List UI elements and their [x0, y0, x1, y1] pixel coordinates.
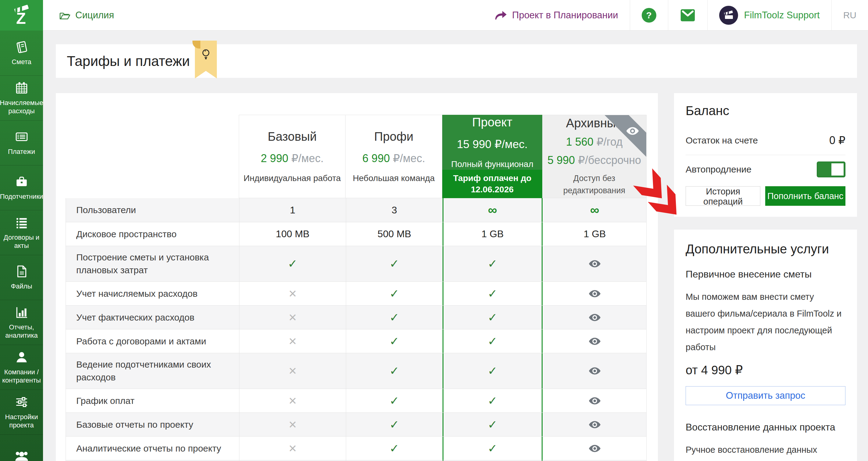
plan-amount: 1 560 — [566, 136, 593, 148]
table-row: Дисковое пространство100 MB500 MB1 GB1 G… — [66, 222, 646, 246]
help-bookmark[interactable] — [195, 40, 217, 79]
table-row: Ведение подотчетниками своих расходов✕✓✓ — [66, 353, 646, 388]
plan-subtitle: Небольшая команда — [353, 173, 435, 183]
sidebar-item-label: Компании / контрагенты — [1, 368, 42, 385]
cross-icon: ✕ — [288, 395, 297, 407]
plan-archive-header: Архивный 1 560 ₽/год 5 990 ₽/бессрочно Д… — [542, 115, 647, 198]
plan-subtitle: Полный функционал — [451, 160, 533, 169]
service-description: Ручное восстановление данных вашего прое… — [686, 441, 845, 461]
feature-cell: 1 — [239, 198, 346, 222]
view-only-eye-icon — [589, 260, 601, 268]
sidebar-item-label: Начисляемые расходы — [0, 98, 43, 115]
sidebar-item-label: Файлы — [11, 282, 32, 291]
plan-amount: 2 990 — [261, 152, 288, 165]
calendar-icon — [14, 81, 29, 95]
send-request-button[interactable]: Отправить запрос — [686, 386, 845, 405]
feature-cell: 3 — [346, 198, 442, 222]
check-icon: ✓ — [390, 364, 399, 378]
feature-cell: ✓ — [442, 246, 542, 282]
feature-cell: ✓ — [346, 389, 442, 412]
project-planning-label: Проект в Планировании — [512, 10, 618, 21]
check-icon: ✓ — [488, 364, 497, 378]
sidebar-item-label: Подотчетники — [0, 192, 43, 201]
project-planning-link[interactable]: Проект в Планировании — [483, 0, 629, 31]
plan-name: Базовый — [268, 130, 317, 143]
sidebar-item-team[interactable] — [0, 434, 43, 461]
feature-cell: ✕ — [239, 353, 346, 388]
table-row: Аналитические отчеты по проекту✕✓✓ — [66, 436, 646, 460]
sidebar-item-estimate[interactable]: Смета — [0, 31, 43, 76]
plan-subtitle: Индивидуальная работа — [244, 173, 341, 183]
help-icon: ? — [642, 8, 656, 23]
sidebar-item-files[interactable]: Файлы — [0, 255, 43, 300]
plan-name: Профи — [374, 130, 413, 143]
additional-services-title: Дополнительные услуги — [686, 242, 845, 256]
sidebar-item-companies[interactable]: Компании / контрагенты — [0, 345, 43, 390]
language-switcher[interactable]: RU — [831, 0, 868, 31]
check-icon: ✓ — [390, 257, 399, 270]
service-item: Первичное внесение сметы Мы поможем вам … — [686, 269, 845, 405]
feature-cell — [542, 353, 647, 388]
language-label: RU — [843, 10, 857, 21]
plan-amount: 6 990 — [362, 152, 390, 165]
plan-subtitle: Доступ без редактирования — [555, 172, 633, 197]
topup-balance-button[interactable]: Пополнить баланс — [765, 186, 845, 206]
feature-cell: ✕ — [239, 413, 346, 436]
infinity-icon: ∞ — [488, 204, 497, 217]
filmtoolz-logo-icon: Z — [9, 3, 34, 27]
team-icon — [14, 450, 29, 461]
help-button[interactable]: ? — [630, 0, 668, 31]
support-account[interactable]: FilmToolz Support — [707, 0, 831, 31]
feature-cell: ✓ — [346, 329, 442, 353]
feature-cell: ✓ — [346, 413, 442, 436]
cross-icon: ✕ — [288, 311, 297, 324]
feature-cell: ✕ — [239, 329, 346, 353]
check-icon: ✓ — [390, 287, 399, 300]
sidebar-item-accountables[interactable]: Подотчетники — [0, 165, 43, 210]
pricing-table-header: Базовый 2 990 ₽/мес. Индивидуальная рабо… — [66, 115, 647, 198]
feature-cell: 100 MB — [239, 222, 346, 246]
header-empty-cell — [66, 115, 239, 198]
feature-label: График оплат — [66, 389, 239, 412]
person-icon — [14, 350, 29, 364]
plan-unit: ₽/мес. — [291, 152, 323, 165]
check-icon: ✓ — [390, 442, 399, 455]
sidebar-item-reports[interactable]: Отчеты, аналитика — [0, 300, 43, 345]
sidebar-item-contracts[interactable]: Договоры и акты — [0, 210, 43, 255]
feature-cell: 1 GB — [442, 222, 542, 246]
app-logo[interactable]: Z — [0, 0, 43, 31]
feature-rows: Пользователи13∞∞Дисковое пространство100… — [66, 198, 647, 461]
history-button[interactable]: История операций — [686, 186, 760, 206]
feature-cell: ✓ — [346, 353, 442, 388]
plan-pro-header: Профи 6 990 ₽/мес. Небольшая команда — [346, 115, 442, 198]
plan-unit: ₽/бессрочно — [578, 154, 641, 166]
service-description: Мы поможем вам внести смету вашего фильм… — [686, 289, 845, 356]
sidebar-item-accrued-expenses[interactable]: Начисляемые расходы — [0, 76, 43, 120]
view-only-eye-icon — [589, 289, 601, 298]
feature-label: Работа с договорами и актами — [66, 329, 239, 353]
feature-cell: ✓ — [346, 306, 442, 329]
right-panel: Баланс Остаток на счете 0 ₽ Автопродлени… — [674, 93, 857, 461]
feature-cell — [542, 246, 647, 282]
page-content: Тарифы и платежи Базовый 2 990 ₽/мес. — [43, 31, 868, 461]
sidebar-item-payments[interactable]: Платежи — [0, 120, 43, 165]
autorenew-toggle-on[interactable] — [817, 162, 845, 177]
svg-text:Z: Z — [16, 9, 26, 27]
plan-price: 5 990 ₽/бессрочно — [548, 154, 641, 167]
mail-button[interactable] — [668, 0, 707, 31]
folder-open-icon — [60, 10, 71, 20]
sidebar-item-label: Настройки проекта — [1, 413, 42, 430]
balance-title: Баланс — [686, 104, 845, 118]
feature-cell — [542, 282, 647, 305]
estimate-book-icon — [14, 40, 29, 54]
feature-cell — [542, 306, 647, 329]
pricing-table: Базовый 2 990 ₽/мес. Индивидуальная рабо… — [66, 115, 647, 461]
topbar-actions: Проект в Планировании ? — [483, 0, 868, 31]
breadcrumb-project[interactable]: Сицилия — [60, 10, 114, 21]
plan-price: 15 990 ₽/мес. — [457, 138, 528, 151]
feature-cell: ✓ — [346, 437, 442, 460]
balance-card: Баланс Остаток на счете 0 ₽ Автопродлени… — [674, 93, 857, 217]
cross-icon: ✕ — [288, 419, 297, 431]
contracts-list-icon — [14, 215, 29, 230]
sidebar-item-project-settings[interactable]: Настройки проекта — [0, 390, 43, 434]
